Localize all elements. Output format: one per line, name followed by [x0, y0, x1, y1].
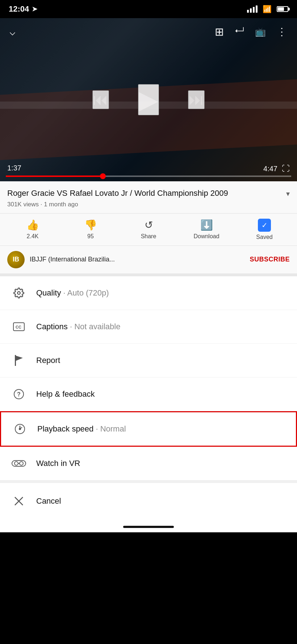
captions-value: · Not available	[70, 322, 120, 331]
thumbs-down-icon: 👎	[84, 219, 97, 231]
current-time: 1:37	[7, 164, 21, 173]
captions-icon: CC	[10, 318, 28, 335]
channel-row: IB IBJJF (International Brazilia... SUBS…	[0, 246, 297, 276]
svg-point-0	[17, 292, 20, 294]
menu-item-help[interactable]: ? Help & feedback	[0, 377, 297, 411]
video-top-controls: ⌵ ⊞ ⮠ 📺 ⋮	[0, 23, 297, 40]
previous-button[interactable]: ⏮	[92, 90, 109, 109]
download-button[interactable]: ⬇️ Download	[192, 219, 221, 240]
svg-point-9	[14, 462, 18, 465]
meta-dot: ·	[41, 201, 44, 208]
share-video-button[interactable]: ⮠	[233, 24, 246, 40]
menu-divider	[0, 480, 297, 483]
video-player[interactable]: ⌵ ⊞ ⮠ 📺 ⋮ ⏮ ▶ ⏭ 1:37 4:47 ⛶	[0, 18, 297, 181]
time-ago: 1 month ago	[44, 201, 78, 208]
channel-name[interactable]: IBJJF (International Brazilia...	[30, 256, 250, 263]
video-bottom: 1:37 4:47 ⛶	[0, 164, 297, 181]
playback-speed-icon	[11, 420, 29, 438]
svg-text:?: ?	[17, 391, 21, 397]
home-bar	[0, 519, 297, 532]
video-top-right-controls: ⊞ ⮠ 📺 ⋮	[213, 23, 290, 40]
checkmark-icon: ✓	[262, 221, 268, 230]
cancel-row[interactable]: Cancel	[0, 483, 297, 519]
report-label: Report	[36, 356, 60, 365]
captions-label: Captions · Not available	[36, 322, 120, 331]
menu-list: Quality · Auto (720p) CC Captions · Not …	[0, 276, 297, 480]
svg-rect-3	[15, 355, 16, 366]
add-to-playlist-button[interactable]: ⊞	[213, 23, 226, 40]
dislike-button[interactable]: 👎 95	[76, 219, 105, 240]
video-title-row: Roger Gracie VS Rafael Lovato Jr / World…	[7, 188, 290, 199]
home-indicator	[123, 526, 174, 528]
time-row: 1:37 4:47 ⛶	[6, 164, 291, 173]
subscribe-button[interactable]: SUBSCRIBE	[250, 256, 290, 263]
thumbs-up-icon: 👍	[26, 219, 39, 231]
svg-text:CC: CC	[16, 325, 21, 329]
vr-label: Watch in VR	[36, 459, 80, 468]
video-meta: 301K views · 1 month ago	[7, 201, 290, 208]
saved-button[interactable]: ✓ Saved	[250, 219, 279, 240]
status-left: 12:04 ➤	[9, 4, 37, 14]
menu-item-playback-speed[interactable]: Playback speed · Normal	[0, 411, 297, 447]
download-icon: ⬇️	[200, 219, 213, 231]
menu-item-captions[interactable]: CC Captions · Not available	[0, 310, 297, 344]
playback-speed-label: Playback speed · Normal	[37, 424, 126, 434]
close-icon	[10, 492, 28, 510]
help-icon: ?	[10, 385, 28, 403]
saved-icon-wrap: ✓	[258, 219, 271, 232]
location-icon: ➤	[32, 5, 37, 13]
battery-icon	[277, 6, 288, 12]
quality-label: Quality · Auto (720p)	[36, 288, 109, 298]
action-buttons: 👍 2.4K 👎 95 ↺ Share ⬇️ Download ✓ Saved	[0, 214, 297, 246]
vr-icon	[10, 455, 28, 472]
status-bar: 12:04 ➤ 📶	[0, 0, 297, 18]
signal-icon	[247, 5, 258, 13]
video-center-controls: ⏮ ▶ ⏭	[92, 84, 205, 115]
dislike-count: 95	[87, 233, 94, 240]
saved-label: Saved	[256, 234, 272, 240]
flag-icon	[10, 352, 28, 369]
menu-item-quality[interactable]: Quality · Auto (720p)	[0, 276, 297, 310]
fullscreen-button[interactable]: ⛶	[282, 164, 290, 173]
like-count: 2.4K	[27, 233, 39, 240]
more-options-button[interactable]: ⋮	[275, 24, 290, 40]
download-label: Download	[193, 233, 219, 240]
video-info: Roger Gracie VS Rafael Lovato Jr / World…	[0, 181, 297, 214]
menu-item-report[interactable]: Report	[0, 344, 297, 377]
channel-avatar-initial: IB	[13, 256, 19, 263]
playback-speed-value: · Normal	[96, 424, 126, 433]
help-label: Help & feedback	[36, 389, 95, 399]
cast-button[interactable]: 📺	[253, 25, 268, 39]
share-icon: ↺	[145, 219, 153, 231]
progress-fill	[6, 176, 103, 177]
play-button[interactable]: ▶	[138, 84, 159, 115]
cancel-label: Cancel	[36, 496, 61, 506]
svg-point-7	[19, 428, 21, 430]
next-button[interactable]: ⏭	[188, 90, 205, 109]
svg-point-10	[20, 462, 23, 465]
video-title: Roger Gracie VS Rafael Lovato Jr / World…	[7, 188, 283, 199]
share-label: Share	[141, 233, 156, 240]
progress-bar[interactable]	[6, 176, 291, 177]
menu-item-vr[interactable]: Watch in VR	[0, 447, 297, 480]
gear-icon	[10, 284, 28, 302]
like-button[interactable]: 👍 2.4K	[18, 219, 47, 240]
total-time: 4:47	[263, 165, 277, 173]
channel-avatar: IB	[7, 251, 25, 268]
wifi-icon: 📶	[263, 5, 272, 13]
minimize-button[interactable]: ⌵	[7, 24, 18, 40]
share-button[interactable]: ↺ Share	[134, 219, 163, 240]
quality-value: · Auto (720p)	[63, 288, 109, 297]
progress-dot	[100, 173, 106, 179]
time-display: 12:04	[9, 4, 29, 14]
chevron-down-icon[interactable]: ▾	[286, 189, 290, 198]
status-right: 📶	[247, 5, 288, 13]
view-count: 301K views	[7, 201, 39, 208]
